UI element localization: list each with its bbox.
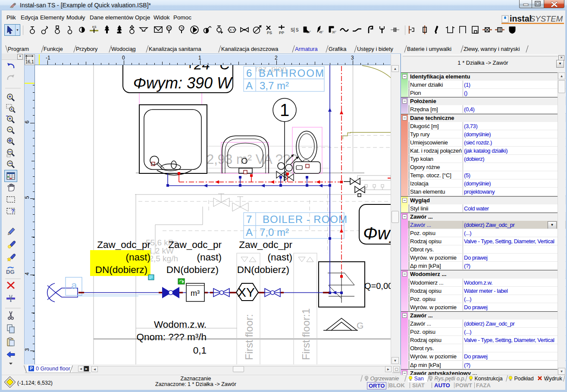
svg-text:Q=0,00: Q=0,00 bbox=[364, 281, 391, 291]
svg-text:6: 6 bbox=[246, 67, 252, 79]
svg-text:1: 1 bbox=[280, 100, 289, 119]
svg-text:Zaw_odc_pr: Zaw_odc_pr bbox=[239, 239, 292, 250]
svg-text:Qnom: ??? m³/h: Qnom: ??? m³/h bbox=[136, 332, 207, 342]
svg-text:DG: DG bbox=[6, 269, 15, 275]
svg-text:SYSTEM: SYSTEM bbox=[530, 14, 563, 23]
svg-text:Zaw_odc_pr: Zaw_odc_pr bbox=[168, 239, 222, 250]
svg-text:BATHROOM: BATHROOM bbox=[259, 67, 325, 79]
svg-text:+24 °C: +24 °C bbox=[186, 65, 230, 72]
svg-text:30°: 30° bbox=[332, 31, 336, 34]
svg-text:m³: m³ bbox=[191, 289, 200, 298]
svg-text:DN(dobierz): DN(dobierz) bbox=[95, 264, 147, 275]
svg-text:7: 7 bbox=[246, 213, 252, 225]
svg-text:instal: instal bbox=[510, 14, 532, 23]
svg-text:30°: 30° bbox=[307, 31, 311, 34]
svg-text:PZ: PZ bbox=[167, 27, 171, 30]
svg-text:7,0 m²: 7,0 m² bbox=[260, 226, 289, 238]
svg-text:a: a bbox=[71, 279, 77, 291]
svg-text:A: A bbox=[246, 80, 253, 91]
svg-text:G: G bbox=[357, 320, 363, 330]
svg-text:X Y: X Y bbox=[229, 28, 235, 32]
svg-text:(nast): (nast) bbox=[197, 252, 222, 263]
svg-text:2,5 kg/h: 2,5 kg/h bbox=[149, 254, 178, 263]
svg-text:3,7 m²: 3,7 m² bbox=[260, 80, 289, 91]
svg-text:DN(dobierz): DN(dobierz) bbox=[166, 264, 219, 275]
svg-text:Φwy: Φwy bbox=[363, 224, 391, 243]
svg-text:A: A bbox=[246, 226, 253, 238]
svg-text:XY: XY bbox=[238, 285, 255, 299]
svg-text:Φwym: 390 W: Φwym: 390 W bbox=[133, 74, 233, 92]
svg-text:TI: TI bbox=[181, 27, 183, 30]
svg-text:DN(dobierz): DN(dobierz) bbox=[237, 264, 289, 275]
svg-text:0,1: 0,1 bbox=[193, 345, 207, 356]
svg-text:PP: PP bbox=[279, 31, 284, 35]
svg-text:S⎢S: S⎢S bbox=[291, 27, 299, 33]
svg-text:Zaw_odc_pr: Zaw_odc_pr bbox=[97, 239, 150, 250]
svg-text:BOILER - ROOM: BOILER - ROOM bbox=[263, 213, 348, 225]
svg-text:?: ? bbox=[11, 208, 14, 214]
svg-text:(nast): (nast) bbox=[125, 252, 150, 263]
svg-text:(nast): (nast) bbox=[267, 252, 292, 263]
svg-text:Wodom.z.w.: Wodom.z.w. bbox=[154, 319, 207, 330]
svg-text:First floor:: First floor: bbox=[243, 314, 255, 360]
svg-text:KS: KS bbox=[92, 25, 97, 28]
svg-text:First floor:1: First floor:1 bbox=[300, 308, 312, 360]
svg-text:PS: PS bbox=[267, 31, 272, 35]
svg-text:45°: 45° bbox=[319, 31, 323, 34]
